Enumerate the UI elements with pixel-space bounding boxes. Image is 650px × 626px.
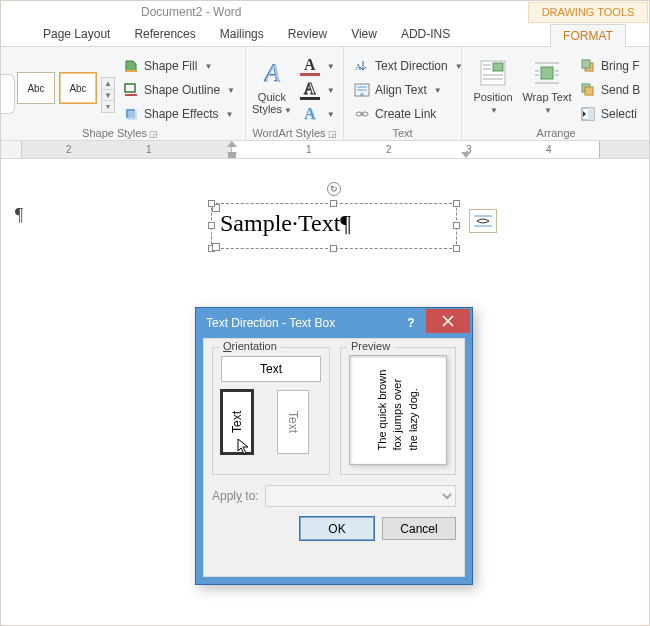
tab-format[interactable]: FORMAT (550, 24, 626, 48)
tab-review[interactable]: Review (276, 23, 339, 46)
shape-outline-label: Shape Outline (144, 83, 220, 97)
quick-styles-button[interactable]: A Quick Styles▼ (252, 51, 292, 121)
layout-options-icon (473, 213, 493, 229)
chevron-down-icon: ▼ (204, 62, 212, 71)
close-icon (442, 315, 454, 327)
apply-to-select[interactable] (265, 485, 456, 507)
chevron-down-icon: ▼ (226, 110, 234, 119)
dialog-launcher-icon[interactable]: ◲ (328, 129, 337, 139)
resize-handle-w[interactable] (208, 222, 215, 229)
rotate-handle[interactable]: ↻ (327, 182, 341, 196)
resize-handle-ne[interactable] (453, 200, 460, 207)
text-effects-icon: A (300, 104, 320, 124)
svg-rect-18 (541, 67, 553, 79)
ruler-tick: 4 (546, 144, 552, 155)
indent-marker-right[interactable] (461, 152, 471, 158)
orientation-vertical-down[interactable]: Text (277, 390, 309, 454)
indent-marker-top[interactable] (227, 141, 237, 147)
dialog-help-button[interactable]: ? (396, 311, 426, 335)
align-text-label: Align Text (375, 83, 427, 97)
svg-text:A: A (355, 62, 362, 72)
shape-fill-button[interactable]: Shape Fill ▼ (119, 55, 239, 77)
bring-forward-icon (580, 58, 596, 74)
text-outline-button[interactable]: A▼ (296, 79, 339, 101)
shape-style-gallery-expand[interactable]: ▲ ▼ ▾ (101, 77, 115, 113)
resize-handle-e[interactable] (453, 222, 460, 229)
resize-handle-nw[interactable] (208, 200, 215, 207)
svg-rect-2 (125, 94, 137, 96)
shape-outline-icon (123, 82, 139, 98)
resize-handle-s[interactable] (330, 245, 337, 252)
wrap-text-button[interactable]: Wrap Text▼ (522, 51, 572, 121)
align-text-button[interactable]: Align Text▼ (350, 79, 467, 101)
resize-handle-n[interactable] (330, 200, 337, 207)
shape-outline-button[interactable]: Shape Outline ▼ (119, 79, 239, 101)
text-fill-button[interactable]: A▼ (296, 55, 339, 77)
position-button[interactable]: Position▼ (468, 51, 518, 121)
ruler-tick: 1 (306, 144, 312, 155)
cancel-button[interactable]: Cancel (382, 517, 456, 540)
apply-to-label: Apply to: (212, 489, 259, 503)
chevron-down-icon: ▼ (327, 62, 335, 71)
resize-handle-se[interactable] (453, 245, 460, 252)
create-link-button[interactable]: Create Link (350, 103, 467, 125)
text-direction-icon: A (354, 58, 370, 74)
shape-style-preset-1[interactable]: Abc (17, 72, 55, 104)
tab-page-layout[interactable]: Page Layout (31, 23, 122, 46)
tab-row: Page Layout References Mailings Review V… (1, 23, 649, 47)
paragraph-mark: ¶ (15, 205, 23, 226)
resize-handle-sw[interactable] (208, 245, 215, 252)
dialog-close-button[interactable] (426, 309, 470, 333)
text-outline-icon: A (300, 80, 320, 100)
orientation-horizontal[interactable]: Text (221, 356, 321, 382)
window-title: Document2 - Word (141, 5, 241, 19)
align-text-icon (354, 82, 370, 98)
text-direction-button[interactable]: A Text Direction▼ (350, 55, 467, 77)
horizontal-ruler[interactable]: 2 1 1 2 3 4 (1, 141, 649, 159)
selection-pane-icon (580, 106, 596, 122)
selection-pane-button[interactable]: Selecti (576, 103, 644, 125)
ruler-tick: 1 (146, 144, 152, 155)
indent-marker-square[interactable] (228, 153, 236, 158)
svg-rect-1 (125, 84, 135, 92)
send-backward-button[interactable]: Send B (576, 79, 644, 101)
shape-style-preset-2[interactable]: Abc (59, 72, 97, 104)
text-effects-button[interactable]: A▼ (296, 103, 339, 125)
tab-view[interactable]: View (339, 23, 389, 46)
dialog-title: Text Direction - Text Box (206, 316, 335, 330)
gallery-down-icon: ▼ (102, 90, 114, 102)
svg-rect-26 (582, 60, 590, 68)
orientation-vertical-up[interactable]: Text (221, 390, 253, 454)
group-label-text: Text (350, 125, 455, 139)
wrap-text-icon (531, 57, 563, 89)
group-label-wordart: WordArt Styles (252, 127, 325, 139)
chevron-down-icon: ▼ (327, 86, 335, 95)
tab-addins[interactable]: ADD-INS (389, 23, 462, 46)
orientation-group-label: Orientation (219, 340, 281, 352)
bring-forward-button[interactable]: Bring F (576, 55, 644, 77)
quick-styles-label: Quick Styles▼ (252, 91, 292, 115)
selection-pane-label: Selecti (601, 107, 637, 121)
dialog-launcher-icon[interactable]: ◲ (149, 129, 158, 139)
ruler-tick: 2 (66, 144, 72, 155)
text-box[interactable]: ↻ Sample·Text¶ (211, 203, 457, 249)
ribbon: Abc Abc ▲ ▼ ▾ Shape Fill ▼ (1, 47, 649, 141)
chevron-down-icon: ▼ (327, 110, 335, 119)
create-link-label: Create Link (375, 107, 436, 121)
layout-options-button[interactable] (469, 209, 497, 233)
text-direction-label: Text Direction (375, 59, 448, 73)
ruler-tick: 2 (386, 144, 392, 155)
svg-rect-30 (588, 108, 594, 120)
gallery-more-icon: ▾ (102, 101, 114, 112)
shape-effects-button[interactable]: Shape Effects ▼ (119, 103, 239, 125)
position-icon (477, 57, 509, 89)
cursor-icon (237, 438, 251, 456)
chevron-down-icon: ▼ (434, 86, 442, 95)
tab-mailings[interactable]: Mailings (208, 23, 276, 46)
shape-effects-label: Shape Effects (144, 107, 219, 121)
ok-button[interactable]: OK (300, 517, 374, 540)
text-direction-dialog: Text Direction - Text Box ? Orientation … (195, 307, 473, 585)
tab-references[interactable]: References (122, 23, 207, 46)
dialog-title-bar[interactable]: Text Direction - Text Box ? (196, 308, 472, 338)
text-box-content[interactable]: Sample·Text¶ (212, 204, 456, 243)
